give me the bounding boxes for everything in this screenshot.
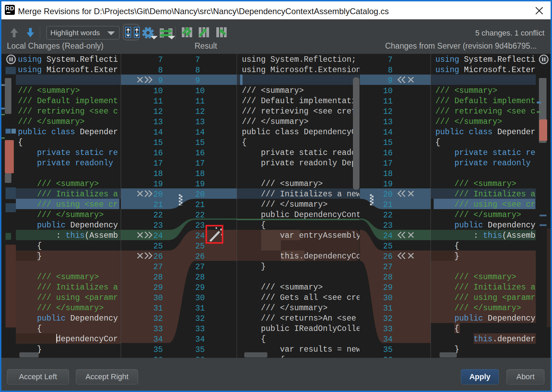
svg-text:16: 16 [383,149,393,158]
svg-text:24: 24 [195,232,205,241]
svg-text:29: 29 [383,283,393,292]
svg-text:7: 7 [195,56,200,65]
svg-text:23: 23 [153,221,163,230]
svg-text:28: 28 [195,273,205,282]
svg-text:27: 27 [195,263,205,272]
svg-text:17: 17 [195,159,205,168]
svg-text:23: 23 [383,221,393,230]
svg-text:18: 18 [195,169,205,178]
svg-text:9: 9 [195,76,200,85]
svg-text:35: 35 [195,345,205,354]
svg-text:8: 8 [158,66,163,75]
svg-text:31: 31 [383,304,393,313]
svg-text:27: 27 [153,263,163,272]
svg-text:15: 15 [195,138,205,147]
svg-text:15: 15 [153,138,163,147]
svg-text:13: 13 [383,118,393,127]
svg-text:35: 35 [153,345,163,354]
svg-text:30: 30 [153,294,163,303]
svg-text:29: 29 [195,283,205,292]
svg-text:10: 10 [195,87,205,96]
svg-text:20: 20 [383,190,393,199]
svg-text:22: 22 [153,211,163,220]
svg-text:34: 34 [195,335,205,344]
svg-text:33: 33 [195,325,205,334]
svg-text:21: 21 [195,200,205,209]
svg-text:10: 10 [383,87,393,96]
svg-text:21: 21 [383,200,393,209]
svg-text:15: 15 [383,138,393,147]
svg-text:17: 17 [383,159,393,168]
svg-text:12: 12 [195,107,205,116]
svg-text:Highlight words: Highlight words [50,29,100,37]
svg-text:18: 18 [383,169,393,178]
svg-text:26: 26 [383,252,393,261]
svg-text:31: 31 [195,304,205,313]
svg-text:25: 25 [383,242,393,251]
svg-text:13: 13 [195,118,205,127]
svg-text:33: 33 [153,325,163,334]
svg-text:8: 8 [195,66,200,75]
svg-text:34: 34 [153,335,163,344]
svg-text:32: 32 [383,314,393,323]
svg-text:14: 14 [383,128,393,137]
svg-text:9: 9 [388,76,393,85]
svg-text:14: 14 [153,128,163,137]
svg-text:18: 18 [153,169,163,178]
svg-text:26: 26 [195,252,205,261]
svg-text:35: 35 [383,345,393,354]
svg-text:19: 19 [195,180,205,189]
svg-text:33: 33 [383,325,393,334]
svg-text:13: 13 [153,118,163,127]
svg-text:28: 28 [383,273,393,282]
svg-text:20: 20 [195,190,205,199]
svg-text:12: 12 [153,107,163,116]
svg-text:32: 32 [153,314,163,323]
svg-text:19: 19 [153,180,163,189]
svg-text:11: 11 [153,97,163,106]
svg-text:22: 22 [195,211,205,220]
svg-text:8: 8 [388,66,393,75]
svg-text:31: 31 [153,304,163,313]
svg-text:19: 19 [383,180,393,189]
svg-text:32: 32 [195,314,205,323]
svg-text:24: 24 [153,232,163,241]
svg-text:16: 16 [195,149,205,158]
svg-text:34: 34 [383,335,393,344]
svg-text:7: 7 [388,56,393,65]
svg-text:22: 22 [383,211,393,220]
svg-text:25: 25 [195,242,205,251]
svg-text:25: 25 [153,242,163,251]
svg-text:27: 27 [383,263,393,272]
svg-text:28: 28 [153,273,163,282]
svg-text:11: 11 [195,97,205,106]
svg-text:29: 29 [153,283,163,292]
svg-text:20: 20 [153,190,163,199]
svg-text:16: 16 [153,149,163,158]
svg-text:9: 9 [158,76,163,85]
svg-text:24: 24 [383,232,393,241]
svg-text:21: 21 [153,200,163,209]
svg-text:30: 30 [195,294,205,303]
svg-text:11: 11 [383,97,393,106]
svg-text:14: 14 [195,128,205,137]
svg-text:17: 17 [153,159,163,168]
svg-text:26: 26 [153,252,163,261]
svg-text:12: 12 [383,107,393,116]
svg-text:10: 10 [153,87,163,96]
svg-text:7: 7 [158,56,163,65]
svg-text:23: 23 [195,221,205,230]
svg-text:30: 30 [383,294,393,303]
